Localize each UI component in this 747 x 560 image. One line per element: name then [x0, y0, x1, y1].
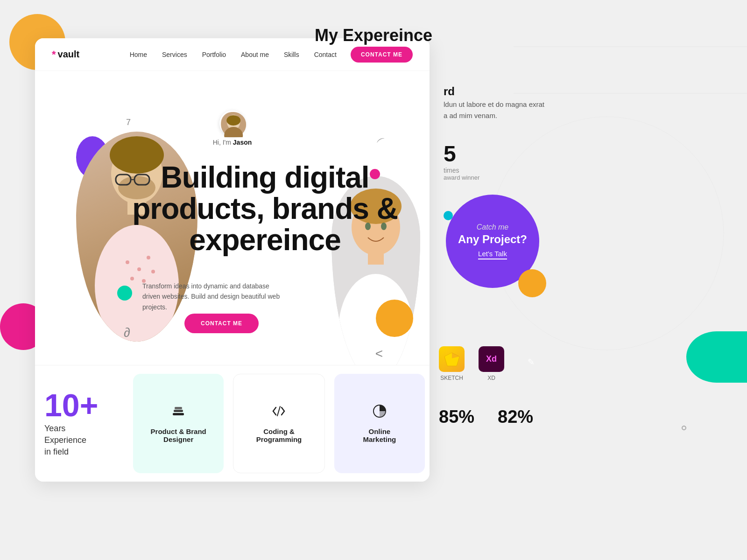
- exp-text-line1: ldun ut labore et do magna exrat: [444, 99, 607, 110]
- yellow-circle-cta: [518, 269, 546, 297]
- pencil-deco: ✎: [528, 357, 535, 367]
- nav-link-home[interactable]: Home: [130, 51, 147, 58]
- stat-years: 10+ Years Experience in field: [35, 365, 128, 482]
- award-label: award winner: [444, 174, 479, 181]
- headline-line1: Building digital: [161, 161, 369, 194]
- exp-text: ldun ut labore et do magna exrat a ad mi…: [444, 99, 607, 121]
- nav-item-about[interactable]: About me: [241, 50, 269, 59]
- deco-dash: ⌒: [374, 135, 390, 152]
- hero-subtext: Transform ideas into dynamic and databas…: [142, 281, 282, 312]
- nav-link-contact[interactable]: Contact: [314, 51, 337, 58]
- hero-section: 7 ⌒: [35, 71, 430, 365]
- tools-section: SKETCH Xd XD: [439, 346, 504, 381]
- logo-text: vault: [58, 49, 80, 60]
- svg-point-13: [137, 267, 141, 271]
- svg-rect-31: [173, 413, 184, 415]
- nav-links: Home Services Portfolio About me Skills …: [130, 50, 337, 59]
- svg-point-14: [147, 256, 150, 259]
- stats-section: 10+ Years Experience in field Product & …: [35, 365, 430, 482]
- nav-link-about[interactable]: About me: [241, 51, 269, 58]
- years-label: Years Experience in field: [44, 423, 119, 458]
- coding-title-line2: Programming: [256, 435, 302, 443]
- marketing-title-line2: Marketing: [363, 435, 396, 443]
- skill-bars: 85% 82%: [439, 407, 533, 427]
- nav-item-services[interactable]: Services: [162, 50, 187, 59]
- deco-number: 7: [126, 118, 131, 127]
- exp-text-line2: a ad mim venam.: [444, 110, 607, 121]
- tool-xd: Xd XD: [479, 346, 504, 381]
- nav-item-skills[interactable]: Skills: [284, 50, 299, 59]
- skill-2: 82%: [498, 407, 533, 427]
- skill-2-percent: 82%: [498, 407, 533, 427]
- marketing-card-title: Online Marketing: [363, 427, 396, 443]
- times-stat: 5 times award winner: [444, 141, 479, 181]
- nav-item-contact[interactable]: Contact: [314, 50, 337, 59]
- nav-link-portfolio[interactable]: Portfolio: [202, 51, 226, 58]
- skill-1: 85%: [439, 407, 474, 427]
- main-card: * vault Home Services Portfolio About me…: [35, 38, 430, 482]
- stat-card-design: Product & Brand Designer: [133, 374, 224, 473]
- sketch-label: SKETCH: [440, 375, 463, 381]
- stat-card-marketing: Online Marketing: [334, 374, 425, 473]
- yellow-circle: [376, 300, 413, 337]
- greeting-prefix: Hi, I'm: [213, 139, 231, 146]
- xd-label: XD: [487, 375, 495, 381]
- svg-point-18: [151, 270, 155, 273]
- nav-contact-button[interactable]: CONTACT ME: [351, 47, 413, 63]
- svg-point-12: [126, 260, 129, 264]
- years-label-line1: Years: [44, 424, 65, 433]
- svg-rect-33: [175, 407, 182, 409]
- coding-title-line1: Coding &: [263, 427, 295, 435]
- nav-item-portfolio[interactable]: Portfolio: [202, 50, 226, 59]
- years-label-line3: in field: [44, 447, 69, 456]
- avatar: [220, 111, 245, 136]
- nav-item-home[interactable]: Home: [130, 50, 147, 59]
- cta-lets-talk: Let's Talk: [478, 250, 507, 259]
- deco-script-left: ∂: [124, 325, 130, 340]
- design-title-text: Product & Brand Designer: [151, 427, 206, 443]
- layers-icon: [171, 404, 186, 422]
- code-icon: [271, 404, 286, 422]
- cta-catch: Catch me: [477, 223, 508, 231]
- logo-asterisk: *: [52, 49, 56, 61]
- skill-1-percent: 85%: [439, 407, 474, 427]
- hero-headline: Building digital products, brands & expe…: [128, 162, 402, 256]
- stat-card-coding: Coding & Programming: [233, 374, 324, 473]
- greeting-text: Hi, I'm Jason: [213, 139, 252, 146]
- svg-rect-32: [174, 410, 183, 412]
- headline-line2: products, brands &: [132, 192, 398, 225]
- teal-dot: [444, 211, 453, 220]
- design-card-title: Product & Brand Designer: [141, 427, 216, 443]
- nav-link-skills[interactable]: Skills: [284, 51, 299, 58]
- exp-label: rd: [444, 85, 455, 98]
- small-circle-deco: [682, 426, 686, 430]
- sketch-icon: [439, 346, 465, 372]
- headline-line3: expereince: [189, 223, 340, 257]
- tool-sketch: SKETCH: [439, 346, 465, 381]
- svg-point-30: [227, 115, 241, 126]
- svg-line-34: [277, 406, 280, 416]
- nav-link-services[interactable]: Services: [162, 51, 187, 58]
- logo[interactable]: * vault: [52, 49, 79, 61]
- times-number: 5: [444, 141, 479, 167]
- cta-title: Any Project?: [458, 233, 527, 245]
- page-title: My Expereince: [315, 26, 432, 45]
- years-number: 10+: [44, 389, 119, 421]
- greeting-container: Hi, I'm Jason: [213, 111, 252, 146]
- years-label-line2: Experience: [44, 435, 86, 445]
- svg-point-15: [130, 277, 134, 280]
- marketing-title-line1: Online: [368, 427, 390, 435]
- chart-icon: [372, 404, 387, 422]
- cta-button[interactable]: CONTACT ME: [184, 314, 259, 333]
- green-dot: [117, 286, 132, 301]
- deco-script-right: <: [375, 346, 383, 361]
- right-panel: rd ldun ut labore et do magna exrat a ad…: [439, 38, 710, 482]
- times-label: times: [444, 167, 479, 174]
- greeting-name: Jason: [233, 139, 252, 146]
- coding-card-title: Coding & Programming: [256, 427, 302, 443]
- xd-icon: Xd: [479, 346, 504, 372]
